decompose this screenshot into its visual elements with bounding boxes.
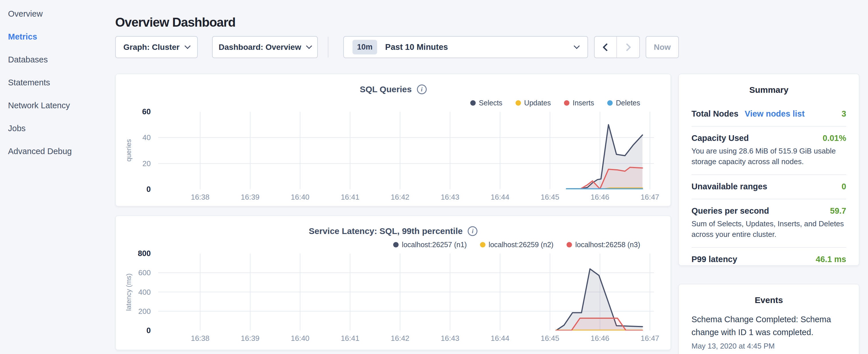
chart-legend: localhost:26257 (n1)localhost:26259 (n2)… bbox=[393, 240, 640, 249]
legend-label: localhost:26259 (n2) bbox=[489, 240, 554, 249]
y-axis-tick: 0 bbox=[116, 185, 151, 194]
summary-row: Capacity Used0.01%You are using 28.6 MiB… bbox=[691, 127, 846, 174]
summary-row-header: Queries per second59.7 bbox=[691, 206, 846, 216]
time-range-badge: 10m bbox=[352, 40, 377, 55]
summary-row: Total NodesView nodes list3 bbox=[691, 102, 846, 126]
chart-canvas bbox=[158, 112, 654, 189]
page-title: Overview Dashboard bbox=[115, 15, 236, 30]
info-icon[interactable]: i bbox=[468, 226, 477, 236]
summary-row-header: P99 latency46.1 ms bbox=[691, 255, 846, 264]
next-range-button[interactable] bbox=[617, 37, 639, 58]
x-axis-tick: 16:44 bbox=[483, 334, 517, 343]
legend-item[interactable]: Inserts bbox=[564, 99, 594, 107]
time-range-dropdown[interactable]: 10m Past 10 Minutes bbox=[343, 36, 588, 58]
legend-dot-icon bbox=[516, 100, 521, 106]
summary-row-header: Unavailable ranges0 bbox=[691, 182, 846, 191]
chevron-down-icon bbox=[306, 43, 312, 49]
y-axis-unit-label: queries bbox=[125, 122, 133, 179]
summary-card: Summary Total NodesView nodes list3Capac… bbox=[678, 74, 859, 266]
summary-label: Total Nodes bbox=[691, 109, 739, 119]
summary-value: 0.01% bbox=[823, 133, 846, 143]
x-axis-tick: 16:41 bbox=[333, 334, 367, 343]
x-axis-tick: 16:45 bbox=[533, 334, 567, 343]
x-axis-tick: 16:44 bbox=[483, 193, 517, 202]
time-step-button-group bbox=[594, 36, 640, 58]
now-button[interactable]: Now bbox=[646, 36, 679, 58]
event-text: Schema Change Completed: Schema change w… bbox=[691, 313, 846, 339]
dashboard-select-dropdown[interactable]: Dashboard: Overview bbox=[212, 36, 318, 58]
legend-item[interactable]: Selects bbox=[470, 99, 502, 107]
x-axis-tick: 16:39 bbox=[233, 193, 267, 202]
x-axis-tick: 16:40 bbox=[283, 334, 317, 343]
legend-dot-icon bbox=[393, 242, 399, 248]
chevron-right-icon bbox=[623, 43, 631, 51]
legend-label: localhost:26258 (n3) bbox=[575, 240, 640, 249]
legend-item[interactable]: localhost:26259 (n2) bbox=[480, 240, 554, 249]
x-axis-tick: 16:39 bbox=[233, 334, 267, 343]
y-axis-tick: 40 bbox=[116, 133, 151, 142]
summary-description: Sum of Selects, Updates, Inserts, and De… bbox=[691, 219, 846, 240]
info-icon[interactable]: i bbox=[417, 85, 427, 94]
x-axis-tick: 16:38 bbox=[183, 193, 217, 202]
sidebar-item-overview[interactable]: Overview bbox=[0, 2, 95, 25]
sidebar-item-statements[interactable]: Statements bbox=[0, 71, 95, 94]
x-axis-tick: 16:47 bbox=[633, 334, 667, 343]
legend-dot-icon bbox=[607, 100, 613, 106]
sidebar-item-network-latency[interactable]: Network Latency bbox=[0, 94, 95, 117]
event-timestamp: May 13, 2020 at 4:45 PM bbox=[691, 342, 846, 351]
sidebar-item-jobs[interactable]: Jobs bbox=[0, 117, 95, 140]
chart-title: SQL Queries bbox=[360, 85, 411, 94]
summary-row: P99 latency46.1 ms bbox=[691, 248, 846, 271]
summary-value: 46.1 ms bbox=[816, 255, 846, 264]
legend-dot-icon bbox=[566, 242, 572, 248]
legend-label: localhost:26257 (n1) bbox=[402, 240, 467, 249]
events-title: Events bbox=[679, 295, 859, 305]
legend-item[interactable]: localhost:26257 (n1) bbox=[393, 240, 467, 249]
graph-select-dropdown[interactable]: Graph: Cluster bbox=[115, 36, 198, 58]
x-axis-tick: 16:43 bbox=[433, 334, 467, 343]
chevron-down-icon bbox=[184, 43, 190, 49]
chart-legend: SelectsUpdatesInsertsDeletes bbox=[470, 99, 640, 107]
sidebar-item-advanced-debug[interactable]: Advanced Debug bbox=[0, 140, 95, 163]
summary-value: 0 bbox=[842, 182, 846, 191]
summary-label: Unavailable ranges bbox=[691, 182, 767, 191]
summary-row: Queries per second59.7Sum of Selects, Up… bbox=[691, 199, 846, 247]
summary-label: Queries per second bbox=[691, 206, 769, 216]
service-latency-chart-card: Service Latency: SQL, 99th percentile i … bbox=[115, 215, 671, 350]
chart-canvas bbox=[158, 254, 654, 330]
x-axis-tick: 16:43 bbox=[433, 193, 467, 202]
summary-description: You are using 28.6 MiB of 515.9 GiB usab… bbox=[691, 146, 846, 167]
sidebar-item-databases[interactable]: Databases bbox=[0, 48, 95, 71]
x-axis-tick: 16:45 bbox=[533, 193, 567, 202]
sidebar-item-metrics[interactable]: Metrics bbox=[0, 25, 95, 48]
view-nodes-link[interactable]: View nodes list bbox=[745, 109, 805, 119]
controls-divider bbox=[328, 37, 329, 58]
legend-item[interactable]: localhost:26258 (n3) bbox=[566, 240, 640, 249]
time-range-label: Past 10 Minutes bbox=[385, 42, 448, 52]
chevron-left-icon bbox=[602, 43, 611, 51]
sidebar-nav: OverviewMetricsDatabasesStatementsNetwor… bbox=[0, 0, 95, 354]
sql-queries-chart-card: SQL Queries i SelectsUpdatesInsertsDelet… bbox=[115, 74, 671, 206]
summary-label: P99 latency bbox=[691, 255, 737, 264]
dashboard-select-label: Dashboard: Overview bbox=[219, 43, 301, 52]
x-axis-tick: 16:46 bbox=[583, 193, 617, 202]
y-axis-tick: 600 bbox=[116, 268, 151, 277]
legend-label: Updates bbox=[524, 99, 551, 107]
y-axis-tick: 200 bbox=[116, 307, 151, 316]
x-axis-tick: 16:47 bbox=[633, 193, 667, 202]
x-axis-tick: 16:42 bbox=[383, 193, 417, 202]
events-list: Schema Change Completed: Schema change w… bbox=[679, 313, 859, 351]
x-axis-tick: 16:40 bbox=[283, 193, 317, 202]
legend-item[interactable]: Deletes bbox=[607, 99, 640, 107]
legend-label: Inserts bbox=[572, 99, 594, 107]
summary-row-header: Total NodesView nodes list3 bbox=[691, 109, 846, 119]
chart-plot-area bbox=[158, 254, 654, 330]
summary-row-header: Capacity Used0.01% bbox=[691, 133, 846, 143]
summary-rows: Total NodesView nodes list3Capacity Used… bbox=[679, 102, 859, 271]
summary-label: Capacity Used bbox=[691, 133, 749, 143]
events-card: Events Schema Change Completed: Schema c… bbox=[678, 284, 859, 354]
legend-item[interactable]: Updates bbox=[516, 99, 551, 107]
prev-range-button[interactable] bbox=[595, 37, 617, 58]
summary-title: Summary bbox=[679, 85, 859, 95]
legend-dot-icon bbox=[564, 100, 569, 106]
